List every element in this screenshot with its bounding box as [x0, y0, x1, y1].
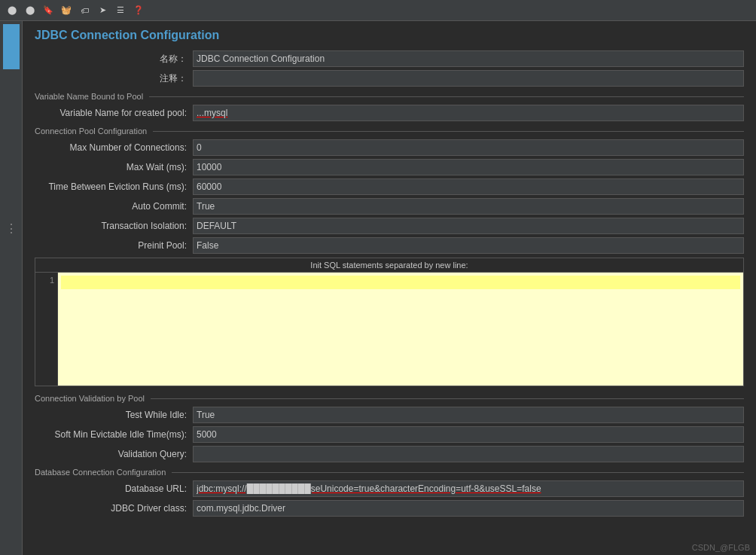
form-section: 名称： 注释：	[23, 50, 756, 87]
init-sql-header: Init SQL statements separated by new lin…	[35, 258, 744, 272]
db-url-row: Database URL:	[35, 480, 744, 498]
preinit-row: Preinit Pool:	[35, 236, 744, 255]
dots-handle[interactable]: ⋮	[5, 221, 17, 236]
circle-icon-1: ⬤	[6, 5, 18, 17]
line-number-1: 1	[38, 276, 54, 285]
validation-label: Connection Validation by Pool	[35, 394, 145, 403]
name-input[interactable]	[193, 50, 744, 67]
db-form-section: Database URL: JDBC Driver class:	[23, 480, 756, 517]
max-connections-input[interactable]	[193, 139, 744, 156]
name-row: 名称：	[35, 50, 744, 68]
sidebar-tab[interactable]	[3, 24, 20, 69]
validation-query-row: Validation Query:	[35, 445, 744, 463]
transaction-label: Transaction Isolation:	[35, 221, 193, 231]
comment-row: 注释：	[35, 69, 744, 87]
variable-created-row: Variable Name for created pool:	[35, 104, 744, 122]
transaction-input[interactable]	[193, 218, 744, 234]
circle-icon-2: ⬤	[24, 5, 36, 17]
bookmark-icon[interactable]: 🔖	[42, 5, 54, 17]
init-sql-section: Init SQL statements separated by new lin…	[35, 258, 744, 386]
variable-created-input[interactable]	[193, 105, 744, 121]
jdbc-driver-row: JDBC Driver class:	[35, 499, 744, 517]
title-bar: ⬤ ⬤ 🔖 🧺 🏷 ➤ ☰ ❓	[0, 0, 756, 21]
left-sidebar: ⋮	[0, 21, 23, 555]
variable-section: Variable Name for created pool:	[23, 104, 756, 122]
time-between-row: Time Between Eviction Runs (ms):	[35, 178, 744, 196]
auto-commit-input[interactable]	[193, 198, 744, 215]
db-url-input[interactable]	[193, 480, 744, 497]
variable-bound-section: Variable Name Bound to Pool	[23, 89, 756, 104]
test-idle-row: Test While Idle:	[35, 406, 744, 424]
validation-section: Connection Validation by Pool	[23, 389, 756, 406]
max-connections-row: Max Number of Connections:	[35, 139, 744, 157]
jdbc-driver-input[interactable]	[193, 500, 744, 517]
highlighted-line	[61, 276, 740, 289]
preinit-label: Preinit Pool:	[35, 240, 193, 251]
editor-content[interactable]	[58, 273, 743, 386]
db-url-label: Database URL:	[35, 483, 193, 494]
validation-query-input[interactable]	[193, 446, 744, 462]
variable-created-label: Variable Name for created pool:	[35, 108, 193, 118]
watermark: CSDN_@FLGB	[692, 543, 750, 552]
test-idle-input[interactable]	[193, 407, 744, 423]
pool-config-section: Connection Pool Configuration	[23, 124, 756, 139]
name-label: 名称：	[35, 53, 193, 66]
main-container: ⋮ JDBC Connection Configuration 名称： 注释： …	[0, 21, 756, 555]
tag-icon[interactable]: 🏷	[78, 5, 90, 17]
auto-commit-row: Auto Commit:	[35, 197, 744, 215]
basket-icon[interactable]: 🧺	[60, 5, 72, 17]
line-numbers: 1	[35, 273, 58, 386]
db-config-label: Database Connection Configuration	[35, 468, 166, 477]
panel-title: JDBC Connection Configuration	[23, 21, 756, 50]
pool-form-section: Max Number of Connections: Max Wait (ms)…	[23, 139, 756, 255]
pool-config-label: Connection Pool Configuration	[35, 127, 147, 136]
init-sql-editor: 1	[35, 272, 744, 386]
help-icon[interactable]: ❓	[133, 5, 145, 17]
max-connections-label: Max Number of Connections:	[35, 142, 193, 153]
soft-min-row: Soft Min Evictable Idle Time(ms):	[35, 425, 744, 444]
jdbc-driver-label: JDBC Driver class:	[35, 503, 193, 514]
time-between-input[interactable]	[193, 178, 744, 195]
soft-min-input[interactable]	[193, 426, 744, 443]
content-area: JDBC Connection Configuration 名称： 注释： Va…	[23, 21, 756, 555]
variable-bound-label: Variable Name Bound to Pool	[35, 92, 143, 101]
db-config-section: Database Connection Configuration	[23, 465, 756, 480]
max-wait-label: Max Wait (ms):	[35, 162, 193, 172]
max-wait-input[interactable]	[193, 159, 744, 175]
preinit-input[interactable]	[193, 237, 744, 254]
arrow-icon[interactable]: ➤	[96, 5, 108, 17]
validation-form-section: Test While Idle: Soft Min Evictable Idle…	[23, 406, 756, 463]
time-between-label: Time Between Eviction Runs (ms):	[35, 181, 193, 192]
comment-label: 注释：	[35, 72, 193, 85]
list-icon[interactable]: ☰	[114, 5, 127, 17]
test-idle-label: Test While Idle:	[35, 410, 193, 420]
transaction-row: Transaction Isolation:	[35, 217, 744, 235]
comment-input[interactable]	[193, 70, 744, 87]
max-wait-row: Max Wait (ms):	[35, 158, 744, 176]
validation-query-label: Validation Query:	[35, 449, 193, 459]
soft-min-label: Soft Min Evictable Idle Time(ms):	[35, 429, 193, 440]
auto-commit-label: Auto Commit:	[35, 201, 193, 212]
